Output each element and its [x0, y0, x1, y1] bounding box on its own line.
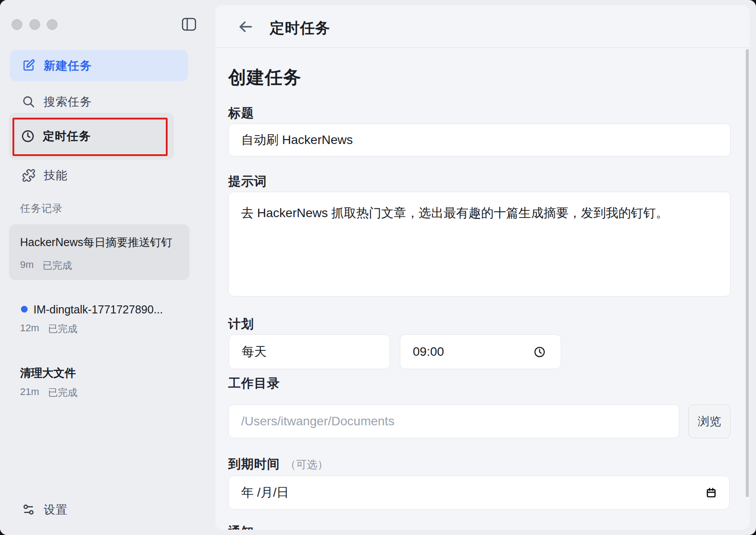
clock-small-icon	[534, 346, 546, 358]
arrow-left-icon	[237, 18, 254, 35]
history-item-duration: 21m	[20, 386, 39, 399]
history-item-meta: 9m 已完成	[20, 259, 72, 272]
search-icon	[21, 95, 36, 109]
sidebar-toggle-button[interactable]	[182, 18, 196, 31]
sidebar-item-settings[interactable]: 设置	[10, 494, 126, 525]
page-title: 定时任务	[270, 18, 330, 38]
history-item-status: 已完成	[43, 259, 72, 272]
sidebar-item-label: 设置	[44, 502, 68, 518]
history-item-title: IM-dingtalk-1771727890...	[33, 303, 163, 316]
due-optional-text: （可选）	[285, 458, 328, 470]
back-button[interactable]	[237, 18, 255, 36]
settings-icon	[21, 502, 36, 517]
sidebar-item-scheduled-task[interactable]: 定时任务	[9, 113, 174, 160]
due-date-input[interactable]: 年 /月/日	[228, 476, 730, 510]
sidebar: 新建任务 搜索任务 定时任务	[0, 0, 215, 535]
history-item-duration: 12m	[20, 322, 39, 336]
sidebar-item-label: 定时任务	[43, 128, 91, 144]
prompt-label: 提示词	[228, 173, 267, 190]
due-label-text: 到期时间	[228, 457, 280, 471]
workdir-label: 工作目录	[228, 375, 280, 392]
due-label: 到期时间（可选）	[228, 456, 328, 473]
history-section-header: 任务记录	[20, 202, 63, 215]
date-placeholder: 年 /月/日	[241, 484, 289, 501]
time-input[interactable]: 09:00	[400, 334, 561, 369]
workdir-input[interactable]	[228, 404, 679, 438]
history-item-meta: 21m 已完成	[20, 386, 78, 399]
compose-icon	[21, 58, 36, 73]
history-item-title: HackerNews每日摘要推送钉钉	[20, 235, 173, 250]
scrollbar-thumb[interactable]	[746, 49, 749, 497]
notify-label: 通知	[228, 523, 254, 530]
puzzle-icon	[21, 168, 36, 182]
frequency-select[interactable]: 每天	[229, 334, 390, 369]
calendar-icon[interactable]	[706, 487, 717, 498]
title-input[interactable]	[228, 123, 731, 156]
history-item-duration: 9m	[20, 259, 34, 272]
history-item-selected[interactable]: HackerNews每日摘要推送钉钉 9m 已完成	[9, 224, 189, 280]
title-label: 标题	[228, 105, 254, 122]
unread-dot-icon	[21, 306, 28, 313]
main-header: 定时任务	[215, 5, 750, 48]
browse-button[interactable]: 浏览	[688, 404, 731, 438]
frequency-value: 每天	[242, 343, 267, 360]
sidebar-item-label: 搜索任务	[44, 94, 92, 110]
sidebar-item-label: 新建任务	[44, 58, 92, 74]
sidebar-item-new-task[interactable]: 新建任务	[10, 50, 188, 81]
history-item-title: 清理大文件	[20, 366, 76, 380]
history-item-status: 已完成	[48, 386, 78, 399]
schedule-label: 计划	[228, 316, 254, 333]
time-value: 09:00	[413, 345, 444, 359]
history-item-meta: 12m 已完成	[20, 322, 78, 336]
form-heading: 创建任务	[228, 65, 301, 90]
window-zoom-button[interactable]	[47, 19, 58, 30]
app-window: 新建任务 搜索任务 定时任务	[0, 0, 756, 535]
window-minimize-button[interactable]	[29, 19, 40, 30]
sidebar-toggle-icon	[182, 18, 196, 31]
main-panel: 定时任务 创建任务 标题 提示词 去 HackerNews 抓取热门文章，选出最…	[215, 5, 750, 530]
sidebar-item-skills[interactable]: 技能	[10, 160, 188, 191]
prompt-textarea[interactable]: 去 HackerNews 抓取热门文章，选出最有趣的十篇生成摘要，发到我的钉钉。	[228, 192, 731, 296]
window-close-button[interactable]	[12, 19, 22, 30]
history-item-status: 已完成	[48, 322, 78, 336]
sidebar-item-label: 技能	[44, 168, 68, 183]
clock-icon	[21, 129, 35, 144]
